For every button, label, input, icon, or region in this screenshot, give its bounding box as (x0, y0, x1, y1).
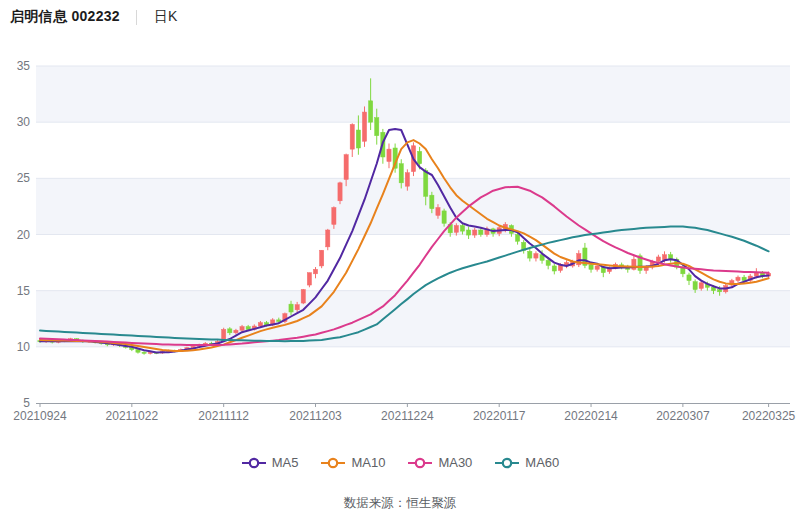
x-tick-label: 20220325 (742, 409, 796, 423)
legend-item-ma5[interactable]: MA5 (241, 455, 299, 470)
legend-marker-icon (320, 457, 346, 469)
candle (326, 229, 330, 250)
x-tick-label: 20211112 (198, 409, 249, 423)
legend-item-ma30[interactable]: MA30 (407, 455, 472, 470)
chart-legend: MA5MA10MA30MA60 (0, 455, 800, 470)
x-tick-label: 20211203 (289, 409, 342, 423)
legend-label: MA30 (438, 455, 472, 470)
x-tick-label: 20211224 (381, 409, 434, 423)
x-tick-label: 20220214 (564, 409, 618, 423)
x-tick-label: 20210924 (13, 409, 67, 423)
y-tick-label: 30 (17, 115, 31, 129)
legend-label: MA60 (525, 455, 559, 470)
kline-chart-panel: 启明信息 002232 日K 5101520253035202109242021… (0, 0, 800, 517)
legend-marker-icon (241, 457, 267, 469)
y-tick-label: 35 (17, 59, 31, 73)
data-source-caption: 数据来源：恒生聚源 (344, 496, 457, 510)
y-tick-label: 5 (23, 396, 30, 410)
candlestick-plot-area[interactable]: 5101520253035202109242021102220211112202… (0, 0, 800, 517)
y-tick-label: 20 (17, 228, 31, 242)
legend-label: MA5 (272, 455, 299, 470)
legend-item-ma10[interactable]: MA10 (320, 455, 385, 470)
legend-marker-icon (494, 457, 520, 469)
x-tick-label: 20220117 (473, 409, 526, 423)
source-caption-row: 数据来源：恒生聚源 (0, 493, 800, 512)
y-tick-label: 10 (17, 340, 31, 354)
candle (338, 182, 342, 204)
candle (301, 289, 305, 304)
candle (320, 250, 324, 268)
legend-marker-icon (407, 457, 433, 469)
candle (362, 106, 366, 146)
x-tick-label: 20211022 (106, 409, 159, 423)
legend-label: MA10 (351, 455, 385, 470)
legend-item-ma60[interactable]: MA60 (494, 455, 559, 470)
y-tick-label: 15 (17, 284, 31, 298)
x-tick-label: 20220307 (656, 409, 710, 423)
y-tick-label: 25 (17, 171, 31, 185)
candle (307, 273, 311, 288)
x-axis (36, 403, 790, 407)
